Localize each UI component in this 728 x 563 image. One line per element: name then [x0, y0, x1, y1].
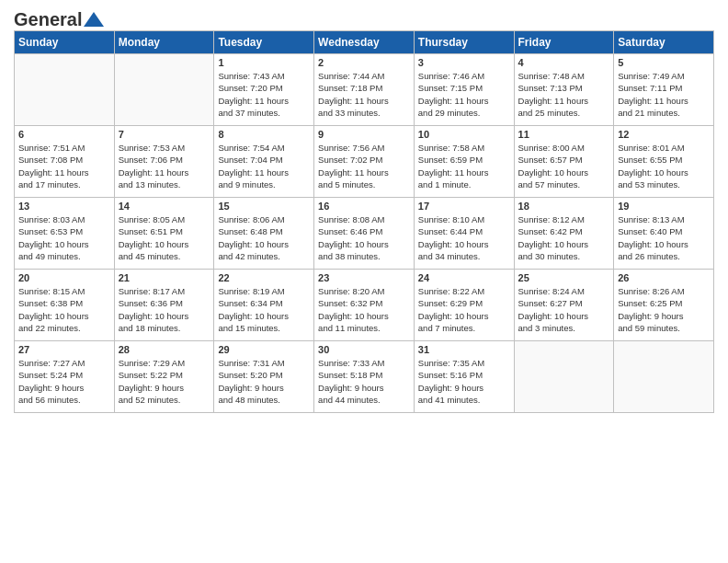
calendar-cell: 21Sunrise: 8:17 AM Sunset: 6:36 PM Dayli…	[114, 270, 214, 341]
day-number: 28	[119, 344, 210, 355]
weekday-header-friday: Friday	[514, 31, 614, 54]
day-info: Sunrise: 8:05 AM Sunset: 6:51 PM Dayligh…	[119, 213, 210, 262]
calendar-cell: 14Sunrise: 8:05 AM Sunset: 6:51 PM Dayli…	[114, 198, 214, 270]
calendar-cell: 28Sunrise: 7:29 AM Sunset: 5:22 PM Dayli…	[114, 341, 214, 413]
calendar-week-row: 13Sunrise: 8:03 AM Sunset: 6:53 PM Dayli…	[15, 198, 714, 270]
calendar-cell: 25Sunrise: 8:24 AM Sunset: 6:27 PM Dayli…	[514, 270, 614, 341]
day-info: Sunrise: 8:15 AM Sunset: 6:38 PM Dayligh…	[18, 285, 110, 334]
day-info: Sunrise: 7:29 AM Sunset: 5:22 PM Dayligh…	[119, 357, 210, 406]
day-number: 13	[18, 201, 110, 212]
weekday-header-thursday: Thursday	[414, 31, 514, 54]
calendar-cell	[514, 341, 614, 413]
day-number: 19	[618, 201, 710, 212]
calendar-cell: 4Sunrise: 7:48 AM Sunset: 7:13 PM Daylig…	[514, 54, 614, 126]
day-number: 6	[18, 129, 110, 140]
calendar-cell	[614, 341, 714, 413]
calendar-cell: 6Sunrise: 7:51 AM Sunset: 7:08 PM Daylig…	[15, 126, 115, 198]
calendar-cell: 20Sunrise: 8:15 AM Sunset: 6:38 PM Dayli…	[15, 270, 115, 341]
day-number: 14	[119, 201, 210, 212]
day-info: Sunrise: 8:22 AM Sunset: 6:29 PM Dayligh…	[418, 285, 510, 334]
calendar-week-row: 6Sunrise: 7:51 AM Sunset: 7:08 PM Daylig…	[15, 126, 714, 198]
calendar-cell: 31Sunrise: 7:35 AM Sunset: 5:16 PM Dayli…	[414, 341, 514, 413]
calendar-week-row: 1Sunrise: 7:43 AM Sunset: 7:20 PM Daylig…	[15, 54, 714, 126]
day-info: Sunrise: 8:03 AM Sunset: 6:53 PM Dayligh…	[18, 213, 110, 262]
calendar-cell: 7Sunrise: 7:53 AM Sunset: 7:06 PM Daylig…	[114, 126, 214, 198]
calendar-cell: 1Sunrise: 7:43 AM Sunset: 7:20 PM Daylig…	[214, 54, 314, 126]
logo-icon	[84, 12, 104, 27]
day-number: 8	[218, 129, 310, 140]
day-number: 2	[318, 57, 410, 68]
day-info: Sunrise: 7:43 AM Sunset: 7:20 PM Dayligh…	[218, 70, 310, 119]
day-info: Sunrise: 8:06 AM Sunset: 6:48 PM Dayligh…	[218, 213, 310, 262]
weekday-header-tuesday: Tuesday	[214, 31, 314, 54]
calendar-table: SundayMondayTuesdayWednesdayThursdayFrid…	[14, 30, 714, 413]
calendar-cell: 12Sunrise: 8:01 AM Sunset: 6:55 PM Dayli…	[614, 126, 714, 198]
weekday-header-wednesday: Wednesday	[314, 31, 415, 54]
calendar-cell: 30Sunrise: 7:33 AM Sunset: 5:18 PM Dayli…	[314, 341, 415, 413]
day-number: 31	[418, 344, 510, 355]
logo: General	[14, 9, 104, 27]
weekday-header-sunday: Sunday	[15, 31, 115, 54]
day-info: Sunrise: 8:12 AM Sunset: 6:42 PM Dayligh…	[518, 213, 610, 262]
day-number: 5	[618, 57, 710, 68]
day-info: Sunrise: 8:24 AM Sunset: 6:27 PM Dayligh…	[518, 285, 610, 334]
day-number: 29	[218, 344, 310, 355]
calendar-cell: 3Sunrise: 7:46 AM Sunset: 7:15 PM Daylig…	[414, 54, 514, 126]
calendar-cell: 11Sunrise: 8:00 AM Sunset: 6:57 PM Dayli…	[514, 126, 614, 198]
main-container: General SundayMondayTuesdayWednesdayThur…	[0, 0, 728, 418]
day-number: 7	[119, 129, 210, 140]
day-number: 25	[518, 272, 610, 283]
calendar-cell	[114, 54, 214, 126]
calendar-cell: 9Sunrise: 7:56 AM Sunset: 7:02 PM Daylig…	[314, 126, 415, 198]
calendar-cell: 5Sunrise: 7:49 AM Sunset: 7:11 PM Daylig…	[614, 54, 714, 126]
day-info: Sunrise: 8:13 AM Sunset: 6:40 PM Dayligh…	[618, 213, 710, 262]
calendar-cell: 13Sunrise: 8:03 AM Sunset: 6:53 PM Dayli…	[15, 198, 115, 270]
day-number: 22	[218, 272, 310, 283]
day-info: Sunrise: 7:35 AM Sunset: 5:16 PM Dayligh…	[418, 357, 510, 406]
day-number: 9	[318, 129, 410, 140]
calendar-cell: 23Sunrise: 8:20 AM Sunset: 6:32 PM Dayli…	[314, 270, 415, 341]
calendar-cell: 16Sunrise: 8:08 AM Sunset: 6:46 PM Dayli…	[314, 198, 415, 270]
calendar-cell: 18Sunrise: 8:12 AM Sunset: 6:42 PM Dayli…	[514, 198, 614, 270]
day-number: 18	[518, 201, 610, 212]
calendar-header-row: SundayMondayTuesdayWednesdayThursdayFrid…	[15, 31, 714, 54]
day-info: Sunrise: 8:00 AM Sunset: 6:57 PM Dayligh…	[518, 142, 610, 190]
day-info: Sunrise: 7:48 AM Sunset: 7:13 PM Dayligh…	[518, 70, 610, 119]
day-info: Sunrise: 7:56 AM Sunset: 7:02 PM Dayligh…	[318, 142, 410, 190]
calendar-week-row: 27Sunrise: 7:27 AM Sunset: 5:24 PM Dayli…	[15, 341, 714, 413]
svg-marker-0	[84, 12, 104, 27]
day-info: Sunrise: 7:53 AM Sunset: 7:06 PM Dayligh…	[119, 142, 210, 190]
day-number: 10	[418, 129, 510, 140]
calendar-cell: 15Sunrise: 8:06 AM Sunset: 6:48 PM Dayli…	[214, 198, 314, 270]
day-number: 3	[418, 57, 510, 68]
day-number: 11	[518, 129, 610, 140]
day-info: Sunrise: 8:26 AM Sunset: 6:25 PM Dayligh…	[618, 285, 710, 334]
day-info: Sunrise: 8:01 AM Sunset: 6:55 PM Dayligh…	[618, 142, 710, 190]
day-info: Sunrise: 7:44 AM Sunset: 7:18 PM Dayligh…	[318, 70, 410, 119]
day-number: 21	[119, 272, 210, 283]
day-number: 23	[318, 272, 410, 283]
day-number: 26	[618, 272, 710, 283]
day-info: Sunrise: 8:19 AM Sunset: 6:34 PM Dayligh…	[218, 285, 310, 334]
day-info: Sunrise: 7:31 AM Sunset: 5:20 PM Dayligh…	[218, 357, 310, 406]
day-info: Sunrise: 7:58 AM Sunset: 6:59 PM Dayligh…	[418, 142, 510, 190]
day-info: Sunrise: 7:27 AM Sunset: 5:24 PM Dayligh…	[18, 357, 110, 406]
calendar-cell: 8Sunrise: 7:54 AM Sunset: 7:04 PM Daylig…	[214, 126, 314, 198]
day-number: 16	[318, 201, 410, 212]
calendar-cell: 2Sunrise: 7:44 AM Sunset: 7:18 PM Daylig…	[314, 54, 415, 126]
calendar-cell: 27Sunrise: 7:27 AM Sunset: 5:24 PM Dayli…	[15, 341, 115, 413]
day-info: Sunrise: 7:49 AM Sunset: 7:11 PM Dayligh…	[618, 70, 710, 119]
weekday-header-monday: Monday	[114, 31, 214, 54]
day-number: 20	[18, 272, 110, 283]
day-number: 17	[418, 201, 510, 212]
day-number: 27	[18, 344, 110, 355]
day-info: Sunrise: 7:51 AM Sunset: 7:08 PM Dayligh…	[18, 142, 110, 190]
calendar-cell: 26Sunrise: 8:26 AM Sunset: 6:25 PM Dayli…	[614, 270, 714, 341]
calendar-cell	[15, 54, 115, 126]
weekday-header-saturday: Saturday	[614, 31, 714, 54]
day-number: 24	[418, 272, 510, 283]
header: General	[14, 9, 714, 27]
calendar-cell: 29Sunrise: 7:31 AM Sunset: 5:20 PM Dayli…	[214, 341, 314, 413]
calendar-cell: 17Sunrise: 8:10 AM Sunset: 6:44 PM Dayli…	[414, 198, 514, 270]
day-info: Sunrise: 7:46 AM Sunset: 7:15 PM Dayligh…	[418, 70, 510, 119]
